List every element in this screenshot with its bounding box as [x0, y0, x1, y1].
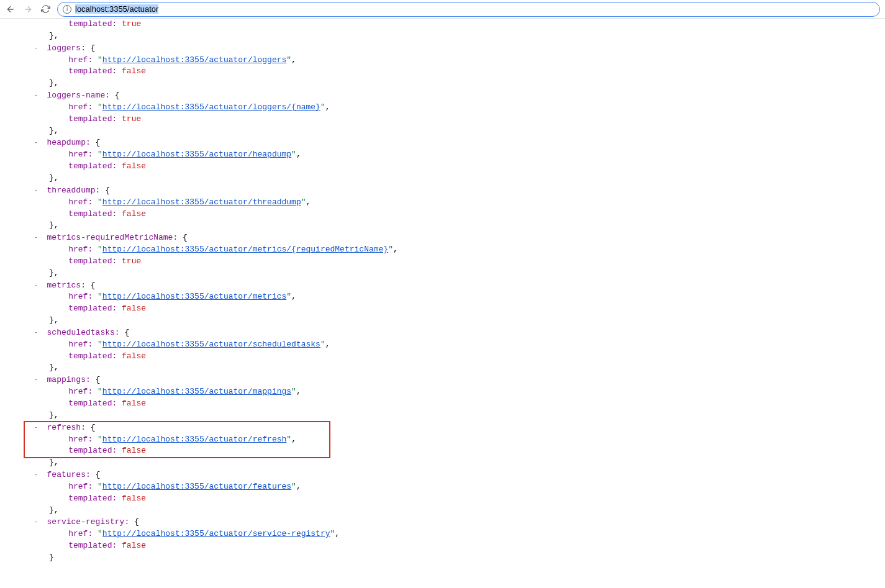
json-href-line: href: "http://localhost:3355/actuator/ma… [25, 386, 885, 398]
json-href-line: href: "http://localhost:3355/actuator/se… [25, 528, 885, 540]
json-entry-scheduledtasks: - scheduledtasks: { href: "http://localh… [25, 327, 885, 374]
site-info-icon[interactable]: i [63, 5, 71, 14]
json-entry-metrics-requiredMetricName: - metrics-requiredMetricName: { href: "h… [25, 232, 885, 279]
address-bar[interactable]: i localhost:3355/actuator [57, 2, 880, 17]
json-href-line: href: "http://localhost:3355/actuator/fe… [25, 481, 885, 493]
json-entry-features: - features: { href: "http://localhost:33… [25, 469, 885, 516]
collapse-toggle-icon[interactable]: - [35, 137, 37, 147]
href-link[interactable]: http://localhost:3355/actuator/loggers/{… [102, 102, 320, 112]
json-close-line: }, [25, 457, 885, 469]
href-link[interactable]: http://localhost:3355/actuator/mappings [102, 387, 291, 396]
json-line: }, [25, 30, 885, 42]
json-templated-line: templated: false [25, 493, 885, 505]
json-templated-line: templated: false [25, 66, 885, 78]
json-viewer: templated: true }, - loggers: { href: "h… [0, 19, 885, 564]
collapse-toggle-icon[interactable]: - [35, 185, 37, 194]
url-text: localhost:3355/actuator [75, 4, 158, 14]
json-key-line: - service-registry: { [25, 516, 885, 528]
json-href-line: href: "http://localhost:3355/actuator/me… [25, 244, 885, 256]
collapse-toggle-icon[interactable]: - [35, 517, 37, 526]
collapse-toggle-icon[interactable]: - [35, 43, 37, 52]
collapse-toggle-icon[interactable]: - [35, 469, 37, 479]
json-entry-loggers-name: - loggers-name: { href: "http://localhos… [25, 89, 885, 137]
json-href-line: href: "http://localhost:3355/actuator/th… [25, 197, 885, 209]
json-key-line: - features: { [25, 469, 885, 481]
highlight-annotation [24, 421, 330, 458]
href-link[interactable]: http://localhost:3355/actuator/service-r… [102, 529, 330, 538]
json-href-line: href: "http://localhost:3355/actuator/he… [25, 149, 885, 161]
json-close-line: }, [25, 173, 885, 184]
json-key-line: - metrics: { [25, 279, 885, 292]
browser-toolbar: i localhost:3355/actuator [0, 0, 885, 19]
href-link[interactable]: http://localhost:3355/actuator/scheduled… [102, 340, 320, 349]
json-key-line: - scheduledtasks: { [25, 327, 885, 339]
json-close-line: } [25, 552, 885, 564]
json-close-line: }, [25, 268, 885, 279]
forward-button[interactable] [22, 4, 34, 15]
href-link[interactable]: http://localhost:3355/actuator/heapdump [102, 150, 291, 159]
collapse-toggle-icon[interactable]: - [35, 327, 37, 337]
json-templated-line: templated: false [25, 540, 885, 552]
json-close-line: }, [25, 410, 885, 422]
json-href-line: href: "http://localhost:3355/actuator/lo… [25, 55, 885, 66]
json-href-line: href: "http://localhost:3355/actuator/lo… [25, 102, 885, 114]
href-link[interactable]: http://localhost:3355/actuator/features [102, 482, 291, 491]
json-templated-line: templated: false [25, 209, 885, 220]
href-link[interactable]: http://localhost:3355/actuator/metrics/{… [102, 245, 388, 254]
json-href-line: href: "http://localhost:3355/actuator/sc… [25, 339, 885, 351]
json-key-line: - mappings: { [25, 374, 885, 386]
json-templated-line: templated: false [25, 351, 885, 363]
href-link[interactable]: http://localhost:3355/actuator/threaddum… [102, 197, 301, 207]
json-line: templated: true [25, 19, 885, 30]
json-close-line: }, [25, 125, 885, 137]
json-entry-heapdump: - heapdump: { href: "http://localhost:33… [25, 137, 885, 184]
collapse-toggle-icon[interactable]: - [35, 232, 37, 242]
json-close-line: }, [25, 78, 885, 89]
back-button[interactable] [5, 4, 16, 15]
json-entry-metrics: - metrics: { href: "http://localhost:335… [25, 279, 885, 327]
json-key-line: - threaddump: { [25, 184, 885, 197]
href-link[interactable]: http://localhost:3355/actuator/metrics [102, 292, 286, 301]
json-close-line: }, [25, 220, 885, 232]
json-templated-line: templated: false [25, 161, 885, 173]
collapse-toggle-icon[interactable]: - [35, 90, 37, 99]
json-templated-line: templated: true [25, 256, 885, 268]
collapse-toggle-icon[interactable]: - [35, 374, 37, 384]
href-link[interactable]: http://localhost:3355/actuator/loggers [102, 55, 286, 65]
json-templated-line: templated: true [25, 114, 885, 125]
json-close-line: }, [25, 362, 885, 374]
json-key-line: - heapdump: { [25, 137, 885, 149]
reload-button[interactable] [40, 4, 51, 15]
json-entry-partial: templated: true }, [25, 19, 885, 42]
collapse-toggle-icon[interactable]: - [35, 280, 37, 289]
json-close-line: }, [25, 315, 885, 327]
json-templated-line: templated: false [25, 398, 885, 410]
json-href-line: href: "http://localhost:3355/actuator/me… [25, 291, 885, 303]
json-entry-refresh: - refresh: { href: "http://localhost:335… [25, 422, 885, 469]
json-templated-line: templated: false [25, 303, 885, 315]
json-key-line: - loggers: { [25, 42, 885, 55]
json-entry-mappings: - mappings: { href: "http://localhost:33… [25, 374, 885, 421]
json-close-line: }, [25, 505, 885, 517]
json-entry-loggers: - loggers: { href: "http://localhost:335… [25, 42, 885, 89]
json-key-line: - loggers-name: { [25, 89, 885, 102]
json-entry-service-registry: - service-registry: { href: "http://loca… [25, 516, 885, 563]
json-entry-threaddump: - threaddump: { href: "http://localhost:… [25, 184, 885, 232]
json-key-line: - metrics-requiredMetricName: { [25, 232, 885, 244]
